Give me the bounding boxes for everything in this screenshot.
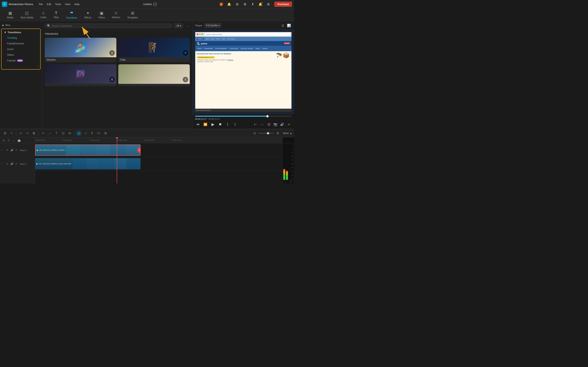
- track-1-eye-icon[interactable]: 👁: [15, 162, 18, 166]
- monitor-icon[interactable]: 🖥: [242, 1, 248, 7]
- purchase-button[interactable]: Purchase: [274, 1, 292, 7]
- track-1-speaker-icon[interactable]: 🔊: [10, 162, 14, 166]
- split-audio-btn[interactable]: ⊣⊢: [96, 130, 102, 136]
- sidebar-category-chevron: ▼: [4, 31, 7, 34]
- track-1-num: 1: [1, 163, 4, 165]
- volume-btn[interactable]: 🔊: [279, 121, 285, 127]
- progress-bar[interactable]: [195, 116, 292, 117]
- play-btn[interactable]: ▶: [210, 121, 216, 127]
- select-tool-btn[interactable]: ↖: [8, 130, 15, 136]
- card-thumb-c4: 〰 ⬇: [118, 64, 190, 84]
- zoom-out-btn[interactable]: ⊖: [252, 130, 258, 136]
- redo-btn[interactable]: ↪: [24, 130, 30, 136]
- sidebar-item-fade-dissolve[interactable]: Fade&Dissolve: [1, 41, 40, 46]
- tab-effects[interactable]: ✦ Effects: [81, 9, 95, 20]
- zoom-slider[interactable]: [258, 133, 274, 134]
- audio-snap-btn[interactable]: ♪: [47, 130, 53, 136]
- transition-card-3[interactable]: 🌆 ⬇: [45, 64, 116, 86]
- track-controls-row: ⊞ ⊟ ☺ 🤖: [0, 137, 35, 143]
- bell-icon[interactable]: 🔔: [258, 1, 263, 7]
- waveform-view-btn[interactable]: 📊: [286, 23, 292, 28]
- quality-dropdown[interactable]: Full Quality ▾: [204, 23, 221, 28]
- snapshot-btn[interactable]: 📷: [273, 121, 278, 127]
- title-check-icon: ✓: [153, 2, 157, 6]
- step-back-btn[interactable]: ⏮: [195, 121, 201, 127]
- tab-audio[interactable]: ♫ Audio: [37, 9, 49, 20]
- sidebar-mine[interactable]: ▶ Mine: [0, 23, 42, 28]
- tab-stickers[interactable]: ☺ Stickers: [109, 9, 123, 20]
- fit-btn[interactable]: ⤢: [286, 121, 292, 127]
- download-icon-4[interactable]: ⬇: [183, 77, 188, 82]
- cut-btn[interactable]: ✂: [40, 130, 46, 136]
- undo-btn[interactable]: ↩: [18, 130, 24, 136]
- meter-bars: 0 -6 -12 -18 -24 -30 -36 -42 -48 -54: [282, 143, 294, 181]
- gift-icon[interactable]: 🎁: [218, 1, 224, 7]
- snap-btn[interactable]: ⊹: [83, 130, 89, 136]
- zoom-thumb: [267, 132, 269, 134]
- person-icon: 🏄: [74, 42, 87, 53]
- sidebar-item-zoom[interactable]: Zoom: [1, 46, 40, 52]
- prev-frame-left-btn[interactable]: ⊢: [253, 121, 258, 127]
- expand-btn[interactable]: ⋯: [259, 121, 265, 127]
- add-track-icon[interactable]: ⊞: [1, 138, 6, 142]
- menu-help[interactable]: Help: [72, 2, 81, 7]
- track-sticker-icon[interactable]: ☺: [12, 138, 16, 142]
- grid-view-btn[interactable]: ⊞: [280, 23, 285, 28]
- sidebar-item-slides[interactable]: Slides: [1, 52, 40, 58]
- crop-btn[interactable]: ⊡: [60, 130, 66, 136]
- track-ai-icon[interactable]: 🤖: [17, 138, 21, 142]
- record-btn[interactable]: 🎙: [89, 130, 95, 136]
- menu-file[interactable]: File: [37, 2, 45, 7]
- frame-back-btn[interactable]: ⏪: [202, 121, 208, 127]
- tab-stock-media[interactable]: ◫ Stock Media: [17, 9, 37, 20]
- more-options-btn[interactable]: ⋯: [185, 23, 190, 29]
- menu-tools[interactable]: Tools: [53, 2, 63, 7]
- tab-filters[interactable]: ▣ Filters: [95, 9, 108, 20]
- add-icon[interactable]: +: [183, 50, 188, 56]
- track-2-add-icon[interactable]: ⊞: [6, 148, 9, 152]
- transition-card-fade[interactable]: 🧗 + Fade: [118, 38, 190, 62]
- tab-templates[interactable]: ⊞ Templates: [124, 9, 141, 20]
- delete-btn[interactable]: 🗑: [31, 130, 37, 136]
- fullscreen-btn[interactable]: ⊡: [266, 121, 272, 127]
- browser-dot-yellow: [199, 33, 201, 35]
- progress-thumb[interactable]: [266, 115, 269, 117]
- add-track-btn[interactable]: ⊞: [2, 130, 8, 136]
- tab-media[interactable]: ▦ Media: [4, 9, 16, 20]
- prev-py-logo: 🐍 python: [197, 42, 207, 45]
- track-caption-icon[interactable]: ⊟: [7, 138, 11, 142]
- transition-card-4[interactable]: 〰 ⬇: [118, 64, 190, 86]
- track-1-add-icon[interactable]: ⊞: [6, 162, 9, 166]
- sidebar-item-trending[interactable]: Trending: [1, 35, 40, 41]
- ripple-btn[interactable]: ◎: [76, 130, 82, 136]
- clip-v2[interactable]: ▶ VID_20241010_063504_Camera ✂: [35, 144, 141, 156]
- add-media-btn[interactable]: ⊞: [103, 130, 108, 136]
- clip-v1[interactable]: ▶ VID_20241010_063504_Screen Recorder: [35, 158, 141, 169]
- player-controls: ⏮ ⏪ ▶ ⏹ { } ⊢ ⋯ ⊡ 📷 🔊 ⤢: [195, 121, 292, 127]
- player-header: Player Full Quality ▾ ⊞ 📊: [193, 21, 294, 30]
- download-icon-3[interactable]: ⬇: [109, 77, 115, 82]
- grid-icon[interactable]: ⊞: [234, 1, 240, 7]
- track-2-speaker-icon[interactable]: 🔊: [10, 148, 14, 152]
- sidebar-category-header[interactable]: ▼ Transitions: [1, 30, 40, 35]
- upload-icon[interactable]: ⬆: [250, 1, 256, 7]
- menu-edit[interactable]: Edit: [45, 2, 53, 7]
- download-icon[interactable]: ⬇: [109, 50, 115, 56]
- layout-icon[interactable]: ⊞: [265, 1, 271, 7]
- text-btn[interactable]: T: [54, 130, 59, 136]
- mark-out-btn[interactable]: }: [232, 121, 238, 127]
- sidebar-item-popular[interactable]: Popular NEW: [1, 58, 40, 63]
- share-icon[interactable]: 🔔: [226, 1, 232, 7]
- filter-dropdown[interactable]: All ▾: [174, 23, 183, 28]
- transition-card-dissolve[interactable]: 🏄 ⬇ Dissolve: [45, 38, 116, 62]
- stop-btn[interactable]: ⏹: [217, 121, 223, 127]
- mark-in-btn[interactable]: {: [225, 121, 231, 127]
- tab-titles[interactable]: T Titles: [50, 9, 62, 20]
- tab-transitions[interactable]: Transitions: [63, 9, 81, 20]
- expand2-btn[interactable]: ≫: [67, 130, 73, 136]
- search-input[interactable]: [52, 25, 170, 27]
- zoom-in-btn[interactable]: ⊕: [275, 130, 281, 136]
- sidebar-collapse-btn[interactable]: ‹: [38, 64, 39, 68]
- menu-view[interactable]: View: [63, 2, 72, 7]
- track-2-eye-icon[interactable]: 👁: [15, 148, 18, 152]
